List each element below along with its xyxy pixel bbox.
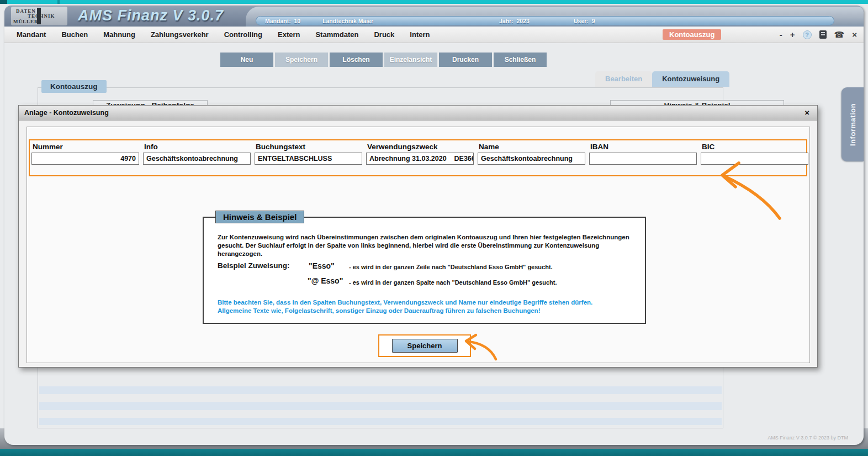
column-header-verwendungszweck: Verwendungszweck [366,141,474,153]
field-info[interactable]: Geschäftskontoabrechnung [143,153,251,165]
maximize-icon[interactable]: + [790,30,795,39]
example-term-2: "@ Esso" [308,276,343,285]
warning-text: Bitte beachten Sie, dass in den Spalten … [218,298,592,315]
menu-item-mahnung[interactable]: Mahnung [103,30,135,39]
column-header-name: Name [478,141,585,153]
column-header-bic: BIC [701,141,808,153]
close-icon[interactable]: × [852,30,857,39]
tab-kontozuweisung[interactable]: Kontozuweisung [652,71,729,87]
menu-item-buchen[interactable]: Buchen [61,30,88,39]
example-label: Beispiel Zuweisung: [218,261,290,270]
toolbar-schließen-button[interactable]: Schließen [494,53,547,67]
field-bic[interactable] [701,153,808,165]
top-bar-tick [57,0,60,4]
field-iban[interactable] [589,153,697,165]
tab-strip: Bearbeiten Kontozuweisung [595,71,729,87]
assignment-row-highlight: Nummer4970InfoGeschäftskontoabrechnungBu… [29,139,807,176]
active-module-badge: Kontoauszug [663,29,721,40]
menu-item-mandant[interactable]: Mandant [17,30,46,39]
information-side-tab-label: Information [849,103,857,146]
app-title: AMS Finanz V 3.0.7 [78,7,224,24]
anlage-kontozuweisung-dialog: Anlage - Kontozuweisung × Nummer4970Info… [18,105,818,368]
field-nummer[interactable]: 4970 [31,153,139,165]
field-name[interactable]: Geschäftskontoabrechnung [478,153,585,165]
dialog-inner-panel: Nummer4970InfoGeschäftskontoabrechnungBu… [27,127,810,363]
menu-item-extern[interactable]: Extern [278,30,300,39]
company-logo: DATEN TECHNIK MÜLLER [11,7,67,25]
field-buchungstext[interactable]: ENTGELTABSCHLUSS [255,153,362,165]
toolbar-einzelansicht-button: Einzelansicht [384,53,437,67]
session-client-name: Landtechnik Maier [322,18,373,24]
help-icon[interactable]: ? [803,30,812,39]
column-header-iban: IBAN [589,141,697,153]
window-title-band: DATEN TECHNIK MÜLLER AMS Finanz V 3.0.7 … [4,6,864,27]
screen: DATEN TECHNIK MÜLLER AMS Finanz V 3.0.7 … [0,0,868,456]
list-row-stripe [39,418,722,425]
column-header-nummer: Nummer [31,141,139,153]
menu-item-zahlungsverkehr[interactable]: Zahlungsverkehr [151,30,209,39]
save-highlight: Speichern [378,334,471,357]
logo-line-3: MÜLLER [13,19,39,24]
menu-item-stammdaten[interactable]: Stammdaten [315,30,358,39]
kontoauszug-group-label: Kontoauszug [41,80,107,93]
column-header-info: Info [143,141,251,153]
hint-box-title: Hinweis & Beispiel [215,211,304,223]
toolbar: NeuSpeichernLöschenEinzelansichtDruckenS… [220,53,547,67]
hint-paragraph: Zur Kontenzuweisung wird nach Übereinsti… [218,233,637,259]
phone-icon[interactable]: ☎ [834,30,845,39]
toolbar-speichern-button: Speichern [275,53,328,67]
menu-item-intern[interactable]: Intern [410,30,430,39]
save-button[interactable]: Speichern [392,339,458,353]
information-side-tab[interactable]: Information [841,87,864,161]
menu-item-druck[interactable]: Druck [374,30,394,39]
column-header-buchungstext: Buchungstext [255,141,362,153]
copyright-note: AMS Finanz V 3.0.7 © 2023 by DTM [768,435,848,441]
document-icon[interactable] [819,30,827,39]
tab-bearbeiten[interactable]: Bearbeiten [595,71,652,87]
top-bar-notch [0,0,7,4]
desktop-bottom-bar [0,449,868,456]
example-desc-1: - es wird in der ganzen Zeile nach "Deut… [349,264,553,270]
dialog-title: Anlage - Kontozuweisung [24,109,109,117]
desktop-top-bar [0,0,868,4]
toolbar-neu-button[interactable]: Neu [220,53,273,67]
list-row-stripe [39,386,722,394]
list-row-stripe [39,402,722,410]
menu-bar: MandantBuchenMahnungZahlungsverkehrContr… [4,27,864,43]
window-controls: - + ? ☎ × [780,27,857,43]
toolbar-löschen-button[interactable]: Löschen [330,53,383,67]
dialog-close-icon[interactable]: × [805,108,809,117]
hint-box: Hinweis & Beispiel Zur Kontenzuweisung w… [203,217,646,324]
session-info-bar: Mandant: 10 Landtechnik Maier Jahr: 2023… [256,16,834,25]
minimize-icon[interactable]: - [780,30,782,39]
warning-line-1: Bitte beachten Sie, dass in den Spalten … [218,298,592,307]
dialog-title-bar[interactable]: Anlage - Kontozuweisung × [19,106,817,120]
field-verwendungszweck[interactable]: Abrechnung 31.03.2020 DE36600501 [366,153,474,165]
session-year: Jahr: 2023 [499,18,530,24]
logo-line-2: TECHNIK [28,13,55,19]
menu-item-controlling[interactable]: Controlling [224,30,262,39]
session-user: User: 9 [574,18,595,24]
example-desc-2: - es wird in der ganzen Spalte nach "Deu… [349,279,557,286]
warning-line-2: Allgemeine Texte wie, Folgelastschrift, … [218,307,592,315]
example-term-1: "Esso" [309,261,335,270]
toolbar-drucken-button[interactable]: Drucken [439,53,492,67]
session-mandant: Mandant: 10 [265,18,300,24]
